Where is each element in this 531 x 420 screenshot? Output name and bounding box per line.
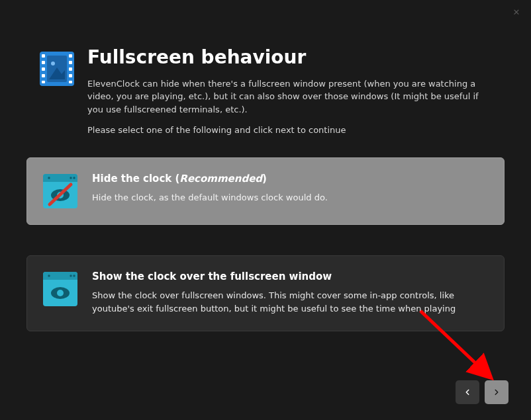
back-button[interactable] (456, 380, 479, 404)
svg-rect-5 (42, 81, 45, 83)
show-clock-icon (43, 272, 77, 306)
header: Fullscreen behaviour ElevenClock can hid… (0, 0, 531, 135)
svg-point-19 (73, 177, 75, 179)
svg-rect-2 (42, 61, 45, 64)
option-text: Hide the clock (Recommended) Hide the cl… (92, 173, 488, 204)
chevron-right-icon (492, 388, 501, 397)
svg-rect-10 (69, 81, 72, 83)
option-description: Show the clock over fullscreen windows. … (92, 289, 463, 315)
option-show-clock[interactable]: Show the clock over the fullscreen windo… (26, 255, 505, 331)
svg-point-27 (70, 275, 72, 277)
option-title: Show the clock over the fullscreen windo… (92, 271, 488, 282)
page-instruction: Please select one of the following and c… (87, 125, 501, 135)
chevron-left-icon (463, 388, 472, 397)
svg-point-26 (48, 275, 50, 277)
option-title-prefix: Hide the clock ( (92, 173, 179, 185)
header-text: Fullscreen behaviour ElevenClock can hid… (87, 48, 501, 135)
recommended-label: Recommended (179, 173, 262, 185)
wizard-window: ✕ (0, 0, 531, 420)
svg-point-12 (51, 62, 55, 65)
svg-rect-1 (42, 54, 45, 58)
svg-rect-7 (69, 61, 72, 64)
svg-point-18 (70, 177, 72, 179)
svg-point-17 (48, 177, 50, 179)
page-title: Fullscreen behaviour (87, 48, 501, 68)
app-icon (40, 52, 74, 86)
svg-rect-9 (69, 74, 72, 77)
option-title-suffix: ) (262, 173, 267, 185)
content-area: Fullscreen behaviour ElevenClock can hid… (0, 0, 531, 420)
svg-rect-4 (42, 74, 45, 77)
option-hide-clock[interactable]: Hide the clock (Recommended) Hide the cl… (26, 157, 505, 225)
svg-rect-3 (42, 67, 45, 71)
next-button[interactable] (485, 380, 508, 404)
svg-rect-25 (43, 277, 77, 280)
option-title: Hide the clock (Recommended) (92, 173, 488, 185)
svg-rect-6 (69, 54, 72, 58)
hide-clock-icon (43, 174, 77, 208)
wizard-nav (456, 380, 508, 404)
options-list: Hide the clock (Recommended) Hide the cl… (0, 135, 531, 331)
svg-point-30 (57, 290, 64, 296)
svg-rect-8 (69, 67, 72, 71)
svg-rect-16 (43, 179, 77, 182)
option-text: Show the clock over the fullscreen windo… (92, 271, 488, 315)
svg-point-28 (73, 275, 75, 277)
option-description: Hide the clock, as the default windows c… (92, 191, 463, 204)
page-description: ElevenClock can hide when there's a full… (87, 77, 491, 116)
